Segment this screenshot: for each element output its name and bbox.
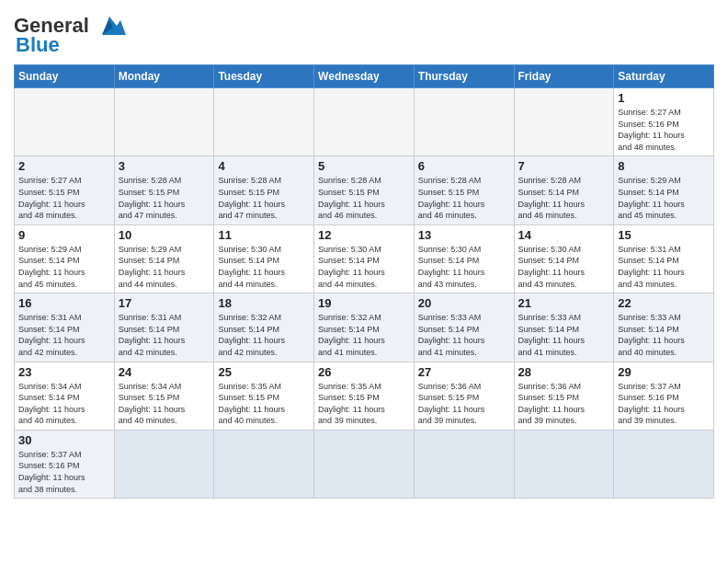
calendar-cell (614, 430, 714, 498)
day-info: Sunrise: 5:27 AM Sunset: 5:15 PM Dayligh… (18, 175, 110, 221)
calendar-cell: 8Sunrise: 5:29 AM Sunset: 5:14 PM Daylig… (614, 156, 714, 224)
day-number: 17 (119, 296, 210, 310)
calendar-week-row: 16Sunrise: 5:31 AM Sunset: 5:14 PM Dayli… (15, 293, 714, 362)
day-info: Sunrise: 5:29 AM Sunset: 5:14 PM Dayligh… (119, 244, 210, 290)
day-info: Sunrise: 5:35 AM Sunset: 5:15 PM Dayligh… (218, 381, 310, 427)
calendar-cell (15, 88, 115, 156)
calendar-cell (214, 88, 314, 156)
day-number: 11 (218, 228, 310, 242)
calendar-cell: 12Sunrise: 5:30 AM Sunset: 5:14 PM Dayli… (314, 224, 415, 293)
day-number: 5 (318, 159, 410, 173)
calendar-cell: 21Sunrise: 5:33 AM Sunset: 5:14 PM Dayli… (514, 293, 614, 362)
calendar-cell (214, 430, 314, 498)
day-info: Sunrise: 5:29 AM Sunset: 5:14 PM Dayligh… (618, 175, 710, 221)
day-info: Sunrise: 5:30 AM Sunset: 5:14 PM Dayligh… (318, 244, 410, 290)
day-info: Sunrise: 5:35 AM Sunset: 5:15 PM Dayligh… (318, 381, 410, 427)
calendar-cell: 6Sunrise: 5:28 AM Sunset: 5:15 PM Daylig… (414, 156, 514, 224)
day-info: Sunrise: 5:36 AM Sunset: 5:15 PM Dayligh… (518, 381, 610, 427)
calendar-week-row: 2Sunrise: 5:27 AM Sunset: 5:15 PM Daylig… (15, 156, 714, 224)
day-number: 9 (18, 228, 110, 242)
calendar-cell: 9Sunrise: 5:29 AM Sunset: 5:14 PM Daylig… (15, 224, 115, 293)
day-info: Sunrise: 5:34 AM Sunset: 5:15 PM Dayligh… (119, 381, 210, 427)
logo-icon (93, 13, 126, 39)
weekday-header-row: SundayMondayTuesdayWednesdayThursdayFrid… (15, 65, 714, 88)
day-info: Sunrise: 5:32 AM Sunset: 5:14 PM Dayligh… (218, 312, 310, 358)
calendar-cell: 29Sunrise: 5:37 AM Sunset: 5:16 PM Dayli… (614, 362, 714, 430)
day-info: Sunrise: 5:36 AM Sunset: 5:15 PM Dayligh… (418, 381, 510, 427)
day-number: 19 (318, 296, 410, 310)
page: General Blue SundayMondayTuesdayWednesda… (0, 0, 728, 508)
weekday-header-friday: Friday (514, 65, 614, 88)
calendar-cell (414, 430, 514, 498)
day-number: 4 (218, 159, 310, 173)
calendar-cell: 25Sunrise: 5:35 AM Sunset: 5:15 PM Dayli… (214, 362, 314, 430)
day-info: Sunrise: 5:28 AM Sunset: 5:14 PM Dayligh… (518, 175, 610, 221)
day-info: Sunrise: 5:27 AM Sunset: 5:16 PM Dayligh… (618, 107, 710, 153)
header: General Blue (14, 9, 714, 57)
day-number: 24 (119, 365, 210, 379)
day-info: Sunrise: 5:32 AM Sunset: 5:14 PM Dayligh… (318, 312, 410, 358)
calendar-cell: 3Sunrise: 5:28 AM Sunset: 5:15 PM Daylig… (114, 156, 214, 224)
day-number: 29 (618, 365, 710, 379)
calendar-cell: 28Sunrise: 5:36 AM Sunset: 5:15 PM Dayli… (514, 362, 614, 430)
calendar-cell: 20Sunrise: 5:33 AM Sunset: 5:14 PM Dayli… (414, 293, 514, 362)
calendar-cell: 15Sunrise: 5:31 AM Sunset: 5:14 PM Dayli… (614, 224, 714, 293)
calendar-cell: 24Sunrise: 5:34 AM Sunset: 5:15 PM Dayli… (114, 362, 214, 430)
weekday-header-tuesday: Tuesday (214, 65, 314, 88)
calendar-cell (314, 430, 415, 498)
day-number: 25 (218, 365, 310, 379)
day-info: Sunrise: 5:33 AM Sunset: 5:14 PM Dayligh… (418, 312, 510, 358)
calendar-cell: 10Sunrise: 5:29 AM Sunset: 5:14 PM Dayli… (114, 224, 214, 293)
day-info: Sunrise: 5:28 AM Sunset: 5:15 PM Dayligh… (119, 175, 210, 221)
calendar-cell: 2Sunrise: 5:27 AM Sunset: 5:15 PM Daylig… (15, 156, 115, 224)
day-number: 8 (618, 159, 710, 173)
day-info: Sunrise: 5:31 AM Sunset: 5:14 PM Dayligh… (618, 244, 710, 290)
calendar-cell: 14Sunrise: 5:30 AM Sunset: 5:14 PM Dayli… (514, 224, 614, 293)
day-info: Sunrise: 5:28 AM Sunset: 5:15 PM Dayligh… (418, 175, 510, 221)
day-number: 14 (518, 228, 610, 242)
calendar-week-row: 9Sunrise: 5:29 AM Sunset: 5:14 PM Daylig… (15, 224, 714, 293)
weekday-header-wednesday: Wednesday (314, 65, 415, 88)
calendar-cell (514, 430, 614, 498)
day-info: Sunrise: 5:37 AM Sunset: 5:16 PM Dayligh… (18, 449, 110, 495)
day-number: 6 (418, 159, 510, 173)
day-number: 18 (218, 296, 310, 310)
day-number: 15 (618, 228, 710, 242)
weekday-header-monday: Monday (114, 65, 214, 88)
calendar-cell: 18Sunrise: 5:32 AM Sunset: 5:14 PM Dayli… (214, 293, 314, 362)
calendar-cell (314, 88, 415, 156)
day-info: Sunrise: 5:30 AM Sunset: 5:14 PM Dayligh… (418, 244, 510, 290)
calendar-cell: 5Sunrise: 5:28 AM Sunset: 5:15 PM Daylig… (314, 156, 415, 224)
calendar-cell (114, 88, 214, 156)
day-number: 22 (618, 296, 710, 310)
day-number: 1 (618, 91, 710, 105)
calendar-cell: 16Sunrise: 5:31 AM Sunset: 5:14 PM Dayli… (15, 293, 115, 362)
logo-text-blue: Blue (16, 33, 60, 57)
calendar-week-row: 1Sunrise: 5:27 AM Sunset: 5:16 PM Daylig… (15, 88, 714, 156)
calendar-cell (414, 88, 514, 156)
day-number: 13 (418, 228, 510, 242)
day-info: Sunrise: 5:29 AM Sunset: 5:14 PM Dayligh… (18, 244, 110, 290)
calendar-cell: 27Sunrise: 5:36 AM Sunset: 5:15 PM Dayli… (414, 362, 514, 430)
day-info: Sunrise: 5:31 AM Sunset: 5:14 PM Dayligh… (119, 312, 210, 358)
day-number: 26 (318, 365, 410, 379)
weekday-header-saturday: Saturday (614, 65, 714, 88)
day-number: 21 (518, 296, 610, 310)
day-number: 28 (518, 365, 610, 379)
logo: General Blue (14, 9, 126, 57)
day-number: 2 (18, 159, 110, 173)
calendar-cell: 1Sunrise: 5:27 AM Sunset: 5:16 PM Daylig… (614, 88, 714, 156)
calendar-cell: 11Sunrise: 5:30 AM Sunset: 5:14 PM Dayli… (214, 224, 314, 293)
weekday-header-sunday: Sunday (15, 65, 115, 88)
day-info: Sunrise: 5:37 AM Sunset: 5:16 PM Dayligh… (618, 381, 710, 427)
calendar-table: SundayMondayTuesdayWednesdayThursdayFrid… (14, 64, 714, 499)
day-info: Sunrise: 5:28 AM Sunset: 5:15 PM Dayligh… (318, 175, 410, 221)
calendar-week-row: 23Sunrise: 5:34 AM Sunset: 5:14 PM Dayli… (15, 362, 714, 430)
calendar-cell: 30Sunrise: 5:37 AM Sunset: 5:16 PM Dayli… (15, 430, 115, 498)
calendar-cell (514, 88, 614, 156)
calendar-week-row: 30Sunrise: 5:37 AM Sunset: 5:16 PM Dayli… (15, 430, 714, 498)
calendar-cell (114, 430, 214, 498)
day-info: Sunrise: 5:30 AM Sunset: 5:14 PM Dayligh… (518, 244, 610, 290)
weekday-header-thursday: Thursday (414, 65, 514, 88)
calendar-cell: 22Sunrise: 5:33 AM Sunset: 5:14 PM Dayli… (614, 293, 714, 362)
